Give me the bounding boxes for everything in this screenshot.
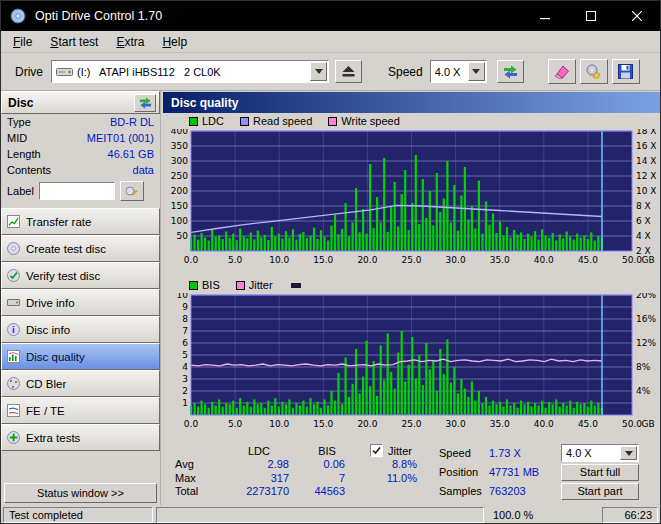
sidebar-item-label: Drive info (26, 297, 75, 309)
menu-file[interactable]: File (4, 32, 41, 52)
verify-test-disc-icon (7, 269, 20, 282)
menu-help[interactable]: Help (153, 32, 196, 52)
sidebar-item-transfer-rate[interactable]: Transfer rate (1, 208, 160, 235)
sidebar-item-label: Extra tests (26, 432, 80, 444)
menu-extra[interactable]: Extra (107, 32, 153, 52)
disc-mid-label: MID (7, 132, 27, 144)
svg-text:12 X: 12 X (636, 171, 656, 181)
jitter-swatch (236, 281, 245, 290)
svg-text:4: 4 (182, 362, 188, 372)
bis-swatch (189, 281, 198, 290)
ldc-column-header: LDC (219, 445, 299, 457)
avg-ldc-value: 2.98 (219, 458, 299, 470)
disc-contents-value[interactable]: data (133, 164, 154, 176)
check-icon (372, 446, 381, 455)
sidebar-item-disc-quality[interactable]: Disc quality (1, 343, 160, 370)
erase-disc-button[interactable] (548, 59, 576, 84)
svg-text:4 X: 4 X (636, 231, 651, 241)
svg-text:GB: GB (641, 255, 654, 265)
legend-extra-mark (291, 283, 301, 288)
toolbar: Drive (I:) ATAPI iHBS112 2 CL0K Speed 4.… (1, 53, 660, 91)
svg-text:8%: 8% (636, 362, 651, 372)
svg-text:35.0: 35.0 (490, 419, 510, 429)
svg-text:6: 6 (182, 338, 188, 348)
disc-type-value: BD-R DL (110, 116, 154, 128)
svg-text:100: 100 (171, 216, 188, 226)
sidebar-item-fe-te[interactable]: FE / TE (1, 397, 160, 424)
drive-select[interactable]: (I:) ATAPI iHBS112 2 CL0K (51, 60, 329, 83)
legend-top: LDC Read speed Write speed (163, 113, 660, 129)
ldc-swatch (189, 117, 198, 126)
speed-select-value: 4.0 X (435, 66, 461, 78)
svg-text:5: 5 (182, 350, 188, 360)
window-title: Opti Drive Control 1.70 (35, 9, 162, 23)
sidebar-item-label: Verify test disc (26, 270, 100, 282)
start-part-button[interactable]: Start part (561, 483, 639, 500)
insert-disc-button[interactable] (580, 59, 608, 84)
svg-text:15.0: 15.0 (313, 419, 333, 429)
svg-text:30.0: 30.0 (446, 419, 466, 429)
avg-bis-value: 0.06 (299, 458, 355, 470)
write-speed-swatch (328, 117, 337, 126)
menu-start-test[interactable]: Start test (41, 32, 107, 52)
svg-text:40.0: 40.0 (534, 255, 554, 265)
svg-text:40.0: 40.0 (534, 419, 554, 429)
jitter-checkbox[interactable] (370, 444, 383, 457)
sidebar-item-verify-test-disc[interactable]: Verify test disc (1, 262, 160, 289)
sidebar-nav: Transfer rate Create test disc Verify te… (1, 208, 160, 451)
legend-write-speed: Write speed (328, 115, 400, 127)
maximize-button[interactable] (568, 1, 614, 31)
bis-column-header: BIS (299, 445, 355, 457)
hand-disc-icon (585, 64, 602, 79)
create-test-disc-icon (7, 242, 20, 255)
disc-mid-value: MEIT01 (001) (87, 132, 154, 144)
max-row-label: Max (171, 472, 219, 484)
eject-button[interactable] (335, 60, 362, 83)
legend-ldc: LDC (189, 115, 224, 127)
sidebar-item-create-test-disc[interactable]: Create test disc (1, 235, 160, 262)
start-full-button[interactable]: Start full (561, 464, 639, 481)
transfer-rate-icon (7, 215, 20, 228)
minimize-button[interactable] (522, 1, 568, 31)
max-bis-value: 7 (299, 472, 355, 484)
svg-text:25.0: 25.0 (401, 419, 421, 429)
sidebar-item-cd-bler[interactable]: CD Bler (1, 370, 160, 397)
extra-tests-icon (7, 431, 20, 444)
refresh-disc-button[interactable] (134, 94, 156, 112)
sidebar-item-extra-tests[interactable]: Extra tests (1, 424, 160, 451)
disc-panel-title: Disc (8, 96, 33, 110)
sidebar-item-disc-info[interactable]: i Disc info (1, 316, 160, 343)
test-controls: Speed 1.73 X 4.0 X Position 47731 MB Sta… (439, 444, 643, 500)
bis-jitter-chart: 123456789104%8%12%16%20%0.05.010.015.020… (163, 293, 660, 441)
svg-text:16%: 16% (636, 314, 656, 324)
speed-select[interactable]: 4.0 X (430, 60, 487, 83)
write-label-button[interactable] (120, 181, 144, 201)
svg-text:50.0: 50.0 (622, 419, 642, 429)
close-button[interactable] (614, 1, 660, 31)
refresh-icon (503, 65, 518, 79)
samples-label: Samples (439, 485, 489, 497)
refresh-speeds-button[interactable] (497, 60, 524, 83)
sidebar-item-label: CD Bler (26, 378, 66, 390)
disc-label-input[interactable] (39, 182, 115, 200)
samples-value: 763203 (489, 485, 561, 497)
speed-stat-value: 1.73 X (489, 447, 561, 459)
save-button[interactable] (612, 59, 640, 84)
speed-select-arrow[interactable] (468, 62, 485, 81)
svg-text:15.0: 15.0 (313, 255, 333, 265)
total-ldc-value: 2273170 (219, 485, 299, 497)
drive-label: Drive (15, 65, 43, 79)
svg-text:12%: 12% (636, 338, 656, 348)
avg-jitter-value: 8.8% (355, 458, 427, 470)
test-speed-select[interactable]: 4.0 X (561, 444, 639, 462)
test-speed-select-arrow[interactable] (620, 446, 637, 460)
menubar: File Start test Extra Help (1, 31, 660, 53)
disc-type-label: Type (7, 116, 31, 128)
sidebar-item-label: Transfer rate (26, 216, 91, 228)
stats-table: LDC BIS Jitter Avg 2.98 0.06 8.8% Max 31… (171, 444, 427, 500)
svg-text:150: 150 (171, 201, 188, 211)
status-window-button[interactable]: Status window >> (4, 483, 157, 503)
sidebar-item-drive-info[interactable]: Drive info (1, 289, 160, 316)
drive-select-arrow[interactable] (310, 62, 327, 81)
svg-text:14 X: 14 X (636, 156, 656, 166)
